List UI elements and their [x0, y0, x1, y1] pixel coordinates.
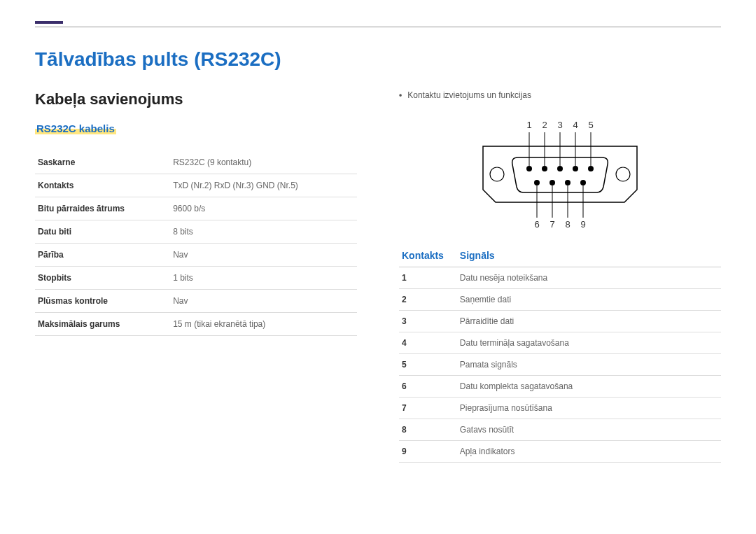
note-text: Kontaktu izvietojums un funkcijas — [407, 90, 531, 100]
signal-pin: 7 — [399, 398, 457, 419]
subsection-heading: RS232C kabelis — [35, 122, 116, 134]
signal-name: Apļa indikators — [457, 441, 721, 463]
svg-point-7 — [534, 180, 540, 185]
spec-table: SaskarneRS232C (9 kontaktu)KontaktsTxD (… — [35, 151, 357, 336]
signal-pin: 6 — [399, 376, 457, 398]
spec-value: Nav — [170, 290, 357, 313]
svg-point-6 — [588, 166, 594, 171]
spec-value: 9600 b/s — [170, 197, 357, 220]
signals-table: Kontakts Signāls 1Datu nesēja noteikšana… — [399, 244, 721, 463]
spec-value: RS232C (9 kontaktu) — [170, 151, 357, 174]
signals-header-pin: Kontakts — [399, 244, 457, 267]
signals-header-sig: Signāls — [457, 244, 721, 267]
section-heading: Kabeļa savienojums — [35, 90, 357, 108]
svg-text:7: 7 — [550, 219, 554, 230]
signal-pin: 5 — [399, 354, 457, 376]
svg-text:4: 4 — [573, 120, 578, 130]
table-row: 9Apļa indikators — [399, 441, 721, 463]
svg-text:3: 3 — [557, 120, 562, 130]
table-row: 3Pārraidītie dati — [399, 311, 721, 332]
table-row: Plūsmas kontroleNav — [35, 290, 357, 313]
diagram-note: • Kontaktu izvietojums un funkcijas — [399, 90, 721, 100]
svg-point-2 — [526, 166, 532, 171]
svg-text:6: 6 — [534, 219, 539, 230]
table-row: 1Datu nesēja noteikšana — [399, 267, 721, 289]
signal-pin: 8 — [399, 419, 457, 441]
svg-point-9 — [565, 180, 570, 185]
table-row: Datu biti8 bits — [35, 220, 357, 244]
table-row: 4Datu termināļa sagatavošana — [399, 332, 721, 354]
right-column: • Kontaktu izvietojums un funkcijas — [399, 90, 721, 463]
spec-value: 8 bits — [170, 220, 357, 244]
signal-pin: 1 — [399, 267, 457, 289]
page-title: Tālvadības pults (RS232C) — [35, 48, 721, 71]
table-row: PārībaNav — [35, 244, 357, 267]
signal-name: Datu komplekta sagatavošana — [457, 376, 721, 398]
signal-name: Pārraidītie dati — [457, 311, 721, 332]
spec-key: Pārība — [35, 244, 170, 267]
svg-text:5: 5 — [588, 120, 593, 130]
svg-text:9: 9 — [580, 219, 585, 230]
signal-name: Datu nesēja noteikšana — [457, 267, 721, 289]
signal-pin: 3 — [399, 311, 457, 332]
signal-name: Datu termināļa sagatavošana — [457, 332, 721, 354]
header-accent — [35, 21, 63, 24]
spec-value: 15 m (tikai ekranētā tipa) — [170, 313, 357, 336]
spec-key: Kontakts — [35, 174, 170, 197]
svg-point-5 — [573, 166, 578, 171]
table-row: SaskarneRS232C (9 kontaktu) — [35, 151, 357, 174]
svg-text:8: 8 — [565, 219, 570, 230]
signal-pin: 4 — [399, 332, 457, 354]
spec-value: TxD (Nr.2) RxD (Nr.3) GND (Nr.5) — [170, 174, 357, 197]
svg-point-1 — [616, 167, 630, 181]
table-row: Stopbits1 bits — [35, 267, 357, 290]
table-row: 8Gatavs nosūtīt — [399, 419, 721, 441]
table-row: Maksimālais garums15 m (tikai ekranētā t… — [35, 313, 357, 336]
svg-point-10 — [580, 180, 586, 185]
bullet-icon: • — [399, 90, 402, 100]
signal-pin: 9 — [399, 441, 457, 463]
spec-value: 1 bits — [170, 267, 357, 290]
svg-point-8 — [550, 180, 555, 185]
spec-key: Saskarne — [35, 151, 170, 174]
svg-point-3 — [542, 166, 547, 171]
signal-name: Saņemtie dati — [457, 289, 721, 311]
spec-key: Maksimālais garums — [35, 313, 170, 336]
table-row: 6Datu komplekta sagatavošana — [399, 376, 721, 398]
signal-name: Gatavs nosūtīt — [457, 419, 721, 441]
svg-text:2: 2 — [542, 120, 547, 130]
svg-point-4 — [557, 166, 563, 171]
spec-key: Stopbits — [35, 267, 170, 290]
signal-pin: 2 — [399, 289, 457, 311]
spec-value: Nav — [170, 244, 357, 267]
spec-key: Datu biti — [35, 220, 170, 244]
content-columns: Kabeļa savienojums RS232C kabelis Saskar… — [35, 90, 721, 463]
svg-point-0 — [490, 167, 504, 181]
spec-key: Plūsmas kontrole — [35, 290, 170, 313]
table-row: KontaktsTxD (Nr.2) RxD (Nr.3) GND (Nr.5) — [35, 174, 357, 197]
left-column: Kabeļa savienojums RS232C kabelis Saskar… — [35, 90, 357, 463]
table-row: 2Saņemtie dati — [399, 289, 721, 311]
spec-key: Bitu pārraides ātrums — [35, 197, 170, 220]
header-divider — [35, 27, 721, 27]
signal-name: Pamata signāls — [457, 354, 721, 376]
table-row: 7Pieprasījuma nosūtīšana — [399, 398, 721, 419]
signal-name: Pieprasījuma nosūtīšana — [457, 398, 721, 419]
svg-text:1: 1 — [526, 120, 531, 130]
table-row: Bitu pārraides ātrums9600 b/s — [35, 197, 357, 220]
table-row: 5Pamata signāls — [399, 354, 721, 376]
connector-diagram: 1 2 3 4 5 6 7 8 9 — [469, 111, 651, 230]
